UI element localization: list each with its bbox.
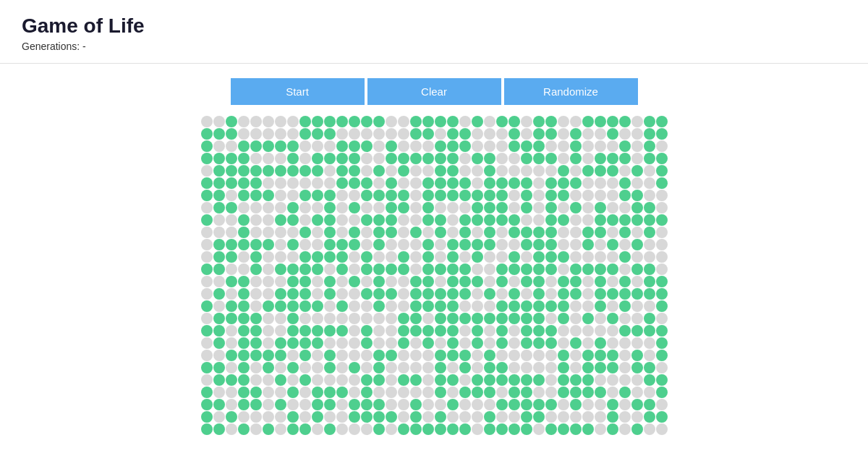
table-row[interactable] (484, 313, 495, 324)
table-row[interactable] (558, 288, 569, 300)
table-row[interactable] (447, 374, 459, 386)
table-row[interactable] (496, 140, 508, 152)
table-row[interactable] (312, 251, 323, 263)
table-row[interactable] (631, 140, 643, 152)
table-row[interactable] (570, 202, 582, 214)
table-row[interactable] (619, 140, 631, 152)
table-row[interactable] (287, 362, 299, 373)
table-row[interactable] (533, 300, 545, 312)
table-row[interactable] (656, 325, 668, 337)
table-row[interactable] (349, 251, 360, 263)
table-row[interactable] (386, 374, 397, 386)
table-row[interactable] (250, 214, 262, 226)
table-row[interactable] (312, 263, 323, 275)
table-row[interactable] (410, 239, 422, 250)
table-row[interactable] (287, 153, 299, 164)
table-row[interactable] (312, 128, 323, 140)
table-row[interactable] (213, 337, 225, 349)
table-row[interactable] (533, 387, 545, 398)
table-row[interactable] (312, 350, 323, 361)
table-row[interactable] (447, 423, 459, 435)
table-row[interactable] (545, 387, 557, 398)
table-row[interactable] (496, 177, 508, 189)
table-row[interactable] (349, 128, 360, 140)
table-row[interactable] (595, 288, 606, 300)
table-row[interactable] (496, 374, 508, 386)
table-row[interactable] (459, 337, 471, 349)
table-row[interactable] (386, 288, 397, 300)
table-row[interactable] (287, 214, 299, 226)
table-row[interactable] (263, 263, 274, 275)
table-row[interactable] (226, 239, 237, 250)
table-row[interactable] (373, 239, 385, 250)
table-row[interactable] (349, 423, 360, 435)
table-row[interactable] (213, 153, 225, 164)
table-row[interactable] (410, 411, 422, 423)
table-row[interactable] (422, 276, 434, 287)
table-row[interactable] (410, 202, 422, 214)
table-row[interactable] (275, 399, 286, 410)
table-row[interactable] (361, 411, 373, 423)
table-row[interactable] (250, 337, 262, 349)
table-row[interactable] (435, 337, 446, 349)
table-row[interactable] (398, 288, 409, 300)
table-row[interactable] (422, 140, 434, 152)
table-row[interactable] (521, 276, 532, 287)
table-row[interactable] (312, 313, 323, 324)
table-row[interactable] (459, 387, 471, 398)
table-row[interactable] (484, 202, 495, 214)
table-row[interactable] (422, 300, 434, 312)
table-row[interactable] (496, 227, 508, 238)
table-row[interactable] (324, 362, 336, 373)
table-row[interactable] (545, 362, 557, 373)
table-row[interactable] (299, 411, 311, 423)
table-row[interactable] (656, 140, 668, 152)
table-row[interactable] (509, 263, 520, 275)
table-row[interactable] (582, 165, 594, 177)
table-row[interactable] (398, 362, 409, 373)
table-row[interactable] (238, 214, 250, 226)
table-row[interactable] (472, 276, 483, 287)
table-row[interactable] (386, 140, 397, 152)
table-row[interactable] (361, 276, 373, 287)
table-row[interactable] (324, 423, 336, 435)
table-row[interactable] (509, 313, 520, 324)
table-row[interactable] (582, 374, 594, 386)
table-row[interactable] (472, 165, 483, 177)
table-row[interactable] (213, 165, 225, 177)
table-row[interactable] (226, 276, 237, 287)
table-row[interactable] (644, 399, 655, 410)
table-row[interactable] (398, 374, 409, 386)
table-row[interactable] (287, 263, 299, 275)
table-row[interactable] (263, 116, 274, 127)
table-row[interactable] (545, 325, 557, 337)
table-row[interactable] (496, 337, 508, 349)
table-row[interactable] (213, 116, 225, 127)
table-row[interactable] (410, 313, 422, 324)
table-row[interactable] (373, 227, 385, 238)
table-row[interactable] (582, 263, 594, 275)
table-row[interactable] (459, 251, 471, 263)
table-row[interactable] (656, 300, 668, 312)
table-row[interactable] (447, 387, 459, 398)
table-row[interactable] (422, 116, 434, 127)
table-row[interactable] (398, 116, 409, 127)
table-row[interactable] (373, 387, 385, 398)
table-row[interactable] (558, 276, 569, 287)
table-row[interactable] (435, 387, 446, 398)
table-row[interactable] (386, 202, 397, 214)
table-row[interactable] (644, 202, 655, 214)
table-row[interactable] (631, 276, 643, 287)
table-row[interactable] (595, 227, 606, 238)
table-row[interactable] (263, 177, 274, 189)
table-row[interactable] (496, 251, 508, 263)
table-row[interactable] (435, 128, 446, 140)
table-row[interactable] (263, 251, 274, 263)
table-row[interactable] (213, 128, 225, 140)
table-row[interactable] (336, 116, 348, 127)
table-row[interactable] (509, 325, 520, 337)
table-row[interactable] (521, 387, 532, 398)
table-row[interactable] (398, 239, 409, 250)
table-row[interactable] (213, 263, 225, 275)
table-row[interactable] (472, 116, 483, 127)
